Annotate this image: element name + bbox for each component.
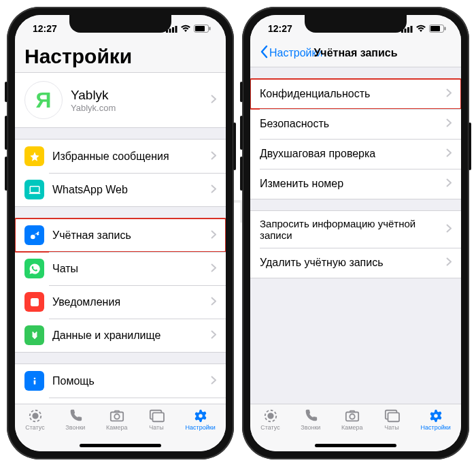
tab-calls[interactable]: Звонки bbox=[65, 408, 85, 431]
chevron-right-icon bbox=[446, 118, 452, 130]
row-security[interactable]: Безопасность bbox=[250, 109, 461, 139]
battery-icon bbox=[194, 25, 211, 33]
row-label: Двухшаговая проверка bbox=[260, 148, 446, 160]
svg-point-13 bbox=[33, 413, 37, 418]
svg-rect-17 bbox=[152, 413, 164, 421]
tab-label: Настройки bbox=[186, 424, 216, 431]
tab-status[interactable]: Статус bbox=[260, 408, 279, 431]
row-two-step[interactable]: Двухшаговая проверка bbox=[250, 139, 461, 169]
home-indicator bbox=[80, 444, 161, 447]
tab-status[interactable]: Статус bbox=[25, 408, 44, 431]
row-label: Удалить учётную запись bbox=[260, 257, 446, 269]
status-time: 12:27 bbox=[268, 23, 292, 34]
chevron-right-icon bbox=[211, 375, 216, 387]
row-help[interactable]: Помощь bbox=[15, 364, 226, 398]
row-label: Безопасность bbox=[260, 118, 446, 130]
row-label: Учётная запись bbox=[52, 229, 211, 242]
row-notifications[interactable]: Уведомления bbox=[15, 285, 226, 319]
tab-label: Статус bbox=[25, 424, 44, 431]
row-tell-friend[interactable]: Рассказать другу bbox=[15, 398, 226, 404]
profile-name: Yablyk bbox=[71, 88, 211, 103]
svg-point-18 bbox=[199, 414, 203, 418]
star-icon bbox=[24, 146, 44, 166]
tab-chats[interactable]: Чаты bbox=[148, 408, 165, 431]
tab-settings[interactable]: Настройки bbox=[421, 408, 451, 431]
row-account[interactable]: Учётная запись bbox=[15, 219, 226, 252]
tab-label: Статус bbox=[260, 424, 279, 431]
svg-rect-20 bbox=[405, 29, 407, 33]
tab-camera[interactable]: Камера bbox=[341, 408, 362, 431]
phone-right: 12:27 Настройки Учётная запись Конфиденц… bbox=[242, 7, 469, 459]
wifi-icon bbox=[180, 25, 191, 33]
svg-rect-21 bbox=[407, 27, 409, 33]
tab-label: Чаты bbox=[149, 424, 163, 431]
home-indicator bbox=[315, 444, 396, 447]
tab-label: Настройки bbox=[421, 424, 451, 431]
svg-rect-6 bbox=[209, 27, 211, 31]
chevron-right-icon bbox=[211, 150, 216, 163]
chevron-right-icon bbox=[211, 263, 216, 275]
svg-point-32 bbox=[434, 414, 438, 418]
row-label: Избранные сообщения bbox=[52, 150, 211, 163]
tab-label: Камера bbox=[341, 424, 362, 431]
svg-rect-10 bbox=[33, 380, 35, 384]
row-change-number[interactable]: Изменить номер bbox=[250, 169, 461, 199]
chevron-right-icon bbox=[446, 88, 452, 100]
row-starred[interactable]: Избранные сообщения bbox=[15, 140, 226, 173]
whatsapp-icon bbox=[24, 259, 44, 278]
svg-rect-24 bbox=[430, 26, 440, 31]
svg-point-11 bbox=[33, 377, 35, 379]
svg-rect-1 bbox=[169, 29, 171, 33]
row-label: Изменить номер bbox=[260, 178, 446, 190]
page-title: Учётная запись bbox=[313, 47, 397, 59]
row-label: Уведомления bbox=[52, 296, 211, 308]
chevron-right-icon bbox=[211, 296, 216, 308]
chevron-left-icon bbox=[260, 45, 268, 61]
chevron-right-icon bbox=[446, 148, 452, 160]
svg-rect-3 bbox=[175, 26, 177, 33]
tab-chats[interactable]: Чаты bbox=[384, 408, 400, 431]
avatar: Я bbox=[24, 81, 63, 119]
battery-icon bbox=[429, 25, 446, 33]
chevron-right-icon bbox=[211, 329, 216, 342]
tab-label: Звонки bbox=[301, 424, 320, 431]
tab-camera[interactable]: Камера bbox=[106, 408, 127, 431]
row-chats[interactable]: Чаты bbox=[15, 252, 226, 285]
chevron-right-icon bbox=[446, 257, 452, 269]
row-label: Помощь bbox=[52, 375, 211, 387]
tab-calls[interactable]: Звонки bbox=[301, 408, 320, 431]
content: Я Yablyk Yablyk.com Избранные сообщения bbox=[15, 73, 226, 404]
svg-rect-7 bbox=[30, 186, 39, 192]
row-request-info[interactable]: Запросить информацию учётной записи bbox=[250, 211, 461, 248]
laptop-icon bbox=[24, 180, 44, 199]
row-privacy[interactable]: Конфиденциальность bbox=[250, 79, 461, 109]
svg-point-29 bbox=[350, 414, 354, 419]
chevron-right-icon bbox=[211, 94, 216, 106]
chevron-right-icon bbox=[211, 229, 216, 242]
svg-rect-9 bbox=[31, 298, 39, 306]
svg-rect-2 bbox=[172, 27, 174, 33]
row-delete-account[interactable]: Удалить учётную запись bbox=[250, 248, 461, 278]
tab-label: Чаты bbox=[384, 424, 398, 431]
navbar: Настройки Учётная запись bbox=[250, 42, 461, 67]
phone-left: 12:27 Настройки Я Yablyk Yablyk.com bbox=[7, 7, 234, 459]
content: Конфиденциальность Безопасность Двухшаго… bbox=[250, 67, 461, 404]
row-label: Запросить информацию учётной записи bbox=[260, 218, 446, 241]
row-label: Конфиденциальность bbox=[260, 88, 446, 100]
svg-rect-5 bbox=[195, 26, 205, 31]
tab-label: Камера bbox=[106, 424, 127, 431]
wifi-icon bbox=[415, 25, 426, 33]
row-whatsapp-web[interactable]: WhatsApp Web bbox=[15, 173, 226, 206]
page-title: Настройки bbox=[24, 45, 132, 68]
svg-rect-22 bbox=[411, 26, 413, 33]
row-label: Чаты bbox=[52, 263, 211, 275]
chevron-right-icon bbox=[446, 223, 452, 236]
profile-row[interactable]: Я Yablyk Yablyk.com bbox=[15, 73, 226, 127]
row-data[interactable]: Данные и хранилище bbox=[15, 319, 226, 352]
svg-rect-31 bbox=[388, 413, 399, 421]
status-time: 12:27 bbox=[33, 23, 57, 34]
tab-settings[interactable]: Настройки bbox=[186, 408, 216, 431]
chevron-right-icon bbox=[211, 184, 216, 196]
chevron-right-icon bbox=[446, 178, 452, 190]
row-label: WhatsApp Web bbox=[52, 184, 211, 196]
